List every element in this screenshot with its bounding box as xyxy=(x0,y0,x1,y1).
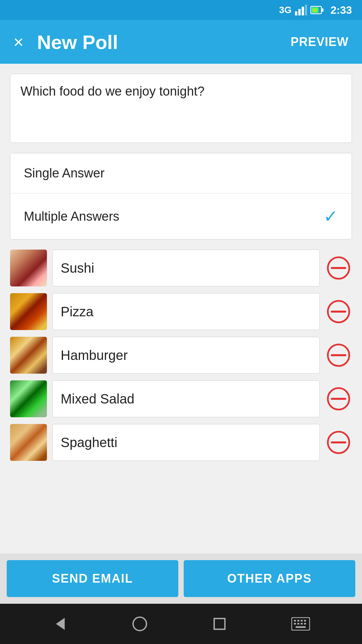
question-box: Which food do we enjoy tonight? xyxy=(10,74,352,143)
option-input-wrapper-1 xyxy=(52,250,320,286)
app-header: × New Poll PREVIEW xyxy=(0,20,362,64)
svg-rect-30 xyxy=(296,626,306,628)
option-input-wrapper-2 xyxy=(52,293,320,330)
page-title: New Poll xyxy=(37,31,291,53)
svg-rect-20 xyxy=(214,619,225,629)
remove-button-5[interactable] xyxy=(325,429,352,456)
single-answer-option[interactable]: Single Answer xyxy=(10,153,352,194)
svg-rect-1 xyxy=(298,9,301,15)
option-input-hamburger[interactable] xyxy=(61,348,311,363)
signal-indicator: 3G ⚡ xyxy=(279,5,324,15)
option-input-wrapper-5 xyxy=(52,424,320,461)
option-input-salad[interactable] xyxy=(61,391,311,407)
time-display: 2:33 xyxy=(330,4,352,16)
option-row-2 xyxy=(10,293,352,330)
remove-button-4[interactable] xyxy=(325,385,352,412)
keyboard-button[interactable] xyxy=(291,617,310,631)
option-input-sushi[interactable] xyxy=(61,261,311,276)
home-button[interactable] xyxy=(132,616,148,632)
preview-button[interactable]: PREVIEW xyxy=(291,35,349,49)
option-image-pizza[interactable] xyxy=(10,293,47,330)
question-input[interactable]: Which food do we enjoy tonight? xyxy=(20,84,342,131)
option-image-hamburger[interactable] xyxy=(10,337,47,374)
main-content: Which food do we enjoy tonight? Single A… xyxy=(0,64,362,553)
svg-rect-3 xyxy=(305,5,307,15)
svg-rect-28 xyxy=(301,623,303,625)
option-image-sushi[interactable] xyxy=(10,250,47,286)
other-apps-button[interactable]: OTHER APPS xyxy=(184,560,355,597)
recents-button[interactable] xyxy=(212,616,228,632)
remove-button-1[interactable] xyxy=(325,255,352,281)
svg-point-19 xyxy=(133,617,146,631)
remove-button-3[interactable] xyxy=(325,342,352,369)
svg-rect-5 xyxy=(322,8,323,12)
svg-rect-27 xyxy=(297,623,299,625)
bottom-bar: SEND EMAIL OTHER APPS xyxy=(0,553,362,604)
remove-button-2[interactable] xyxy=(325,298,352,325)
svg-rect-24 xyxy=(301,620,303,622)
answer-type-box: Single Answer Multiple Answers ✓ xyxy=(10,153,352,239)
network-type: 3G xyxy=(279,5,292,15)
multiple-answers-option[interactable]: Multiple Answers ✓ xyxy=(10,194,352,239)
option-image-spaghetti[interactable] xyxy=(10,424,47,461)
svg-rect-22 xyxy=(294,620,296,622)
svg-rect-25 xyxy=(304,620,306,622)
option-input-wrapper-4 xyxy=(52,380,320,417)
check-icon: ✓ xyxy=(323,206,338,226)
battery-icon: ⚡ xyxy=(310,5,324,15)
svg-text:⚡: ⚡ xyxy=(312,7,318,13)
option-row-1 xyxy=(10,250,352,286)
close-button[interactable]: × xyxy=(13,33,23,51)
svg-rect-29 xyxy=(304,623,306,625)
option-row-4 xyxy=(10,380,352,417)
svg-rect-2 xyxy=(302,7,304,15)
nav-bar xyxy=(0,604,362,644)
send-email-button[interactable]: SEND EMAIL xyxy=(7,560,178,597)
signal-bars-icon xyxy=(295,5,307,15)
back-button[interactable] xyxy=(52,616,68,632)
multiple-answers-label: Multiple Answers xyxy=(24,209,119,224)
option-input-spaghetti[interactable] xyxy=(61,435,311,450)
svg-rect-0 xyxy=(295,11,297,15)
option-image-salad[interactable] xyxy=(10,380,47,417)
svg-marker-18 xyxy=(56,618,65,630)
option-input-pizza[interactable] xyxy=(61,304,311,319)
option-input-wrapper-3 xyxy=(52,337,320,374)
option-row-5 xyxy=(10,424,352,461)
status-bar: 3G ⚡ 2:33 xyxy=(0,0,362,20)
single-answer-label: Single Answer xyxy=(24,166,105,180)
options-list xyxy=(10,250,352,461)
svg-rect-26 xyxy=(294,623,296,625)
svg-rect-23 xyxy=(297,620,299,622)
option-row-3 xyxy=(10,337,352,374)
